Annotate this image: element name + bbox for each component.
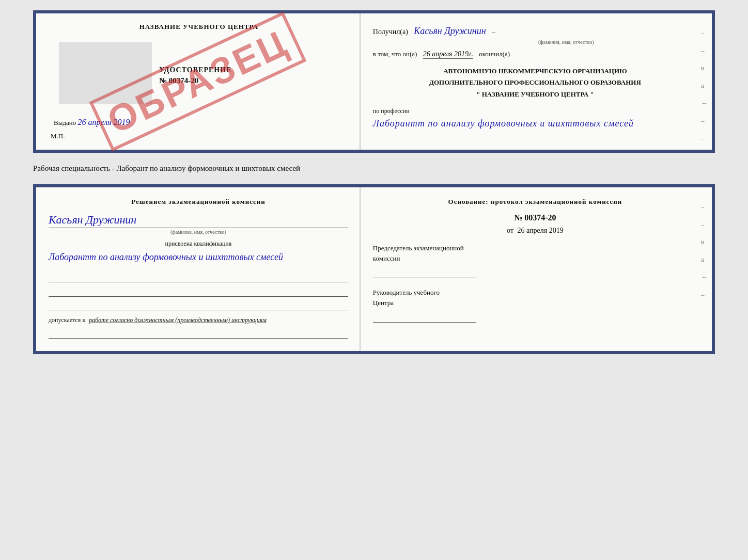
- prisvoena-label: присвоена квалификация: [49, 240, 348, 248]
- bot-edge-char-2: –: [701, 220, 708, 229]
- right-side-lines: – – и а ← – –: [701, 29, 708, 142]
- avtonom-block: АВТОНОМНУЮ НЕКОММЕРЧЕСКУЮ ОРГАНИЗАЦИЮ ДО…: [373, 66, 697, 100]
- dopusk-prefix: допускается к: [49, 316, 85, 324]
- edge-char-4: а: [701, 82, 708, 90]
- avtonom-line2: ДОПОЛНИТЕЛЬНОГО ПРОФЕССИОНАЛЬНОГО ОБРАЗО…: [373, 77, 697, 88]
- predsedatel-label-1: Председатель экзаменационной: [373, 244, 697, 252]
- rukovoditel-label-2: Центра: [373, 299, 697, 307]
- specialty-text: Рабочая специальность - Лаборант по анал…: [33, 162, 715, 175]
- edge-char-5: ←: [701, 99, 708, 107]
- rukovoditel-label-1: Руководитель учебного: [373, 289, 697, 297]
- edge-char-2: –: [701, 46, 708, 55]
- mp-line: М.П.: [49, 132, 349, 140]
- bot-edge-char-4: а: [701, 255, 708, 264]
- udost-label-block: УДОСТОВЕРЕНИЕ № 00374-20: [159, 66, 231, 85]
- poluchil-name: Касьян Дружинин: [414, 26, 486, 36]
- osnovanie-title: Основание: протокол экзаменационной коми…: [373, 198, 697, 206]
- top-cert-left: НАЗВАНИЕ УЧЕБНОГО ЦЕНТРА УДОСТОВЕРЕНИЕ №…: [36, 13, 361, 150]
- poluchil-sub: (фамилия, имя, отчество): [435, 39, 697, 45]
- ot-date-value: 26 апреля 2019: [518, 227, 564, 234]
- udost-label: УДОСТОВЕРЕНИЕ: [159, 66, 231, 74]
- predsedatel-sign-line: [373, 267, 476, 278]
- resheniem-title: Решением экзаменационной комиссии: [49, 198, 348, 206]
- bot-edge-char-7: –: [701, 308, 708, 316]
- sign-line-2: [49, 285, 348, 297]
- bot-edge-char-1: –: [701, 203, 708, 211]
- dopuskaetsya-text: допускается к работе согласно должностны…: [49, 316, 348, 324]
- cert-mid-row: УДОСТОВЕРЕНИЕ № 00374-20: [49, 38, 349, 108]
- sign-line-1: [49, 271, 348, 282]
- edge-char-1: –: [701, 29, 708, 37]
- top-center-name: НАЗВАНИЕ УЧЕБНОГО ЦЕНТРА: [49, 23, 349, 31]
- vydano-line: Выдано 26 апреля 2019: [49, 118, 349, 127]
- bot-edge-char-3: и: [701, 238, 708, 246]
- bottom-right-side-lines: – – и а ← – –: [701, 203, 708, 316]
- avtonom-line3: " НАЗВАНИЕ УЧЕБНОГО ЦЕНТРА ": [373, 89, 697, 100]
- dopusk-sign-line: [49, 327, 348, 339]
- dopusk-italic: работе согласно должностным (производств…: [89, 316, 267, 324]
- bot-edge-char-6: –: [701, 291, 708, 299]
- bot-edge-char-5: ←: [701, 273, 708, 281]
- protocol-number: № 00374-20: [373, 213, 697, 222]
- avtonom-line1: АВТОНОМНУЮ НЕКОММЕРЧЕСКУЮ ОРГАНИЗАЦИЮ: [373, 66, 697, 77]
- edge-char-6: –: [701, 117, 708, 125]
- familiya-sub: (фамилия, имя, отчество): [49, 229, 348, 235]
- edge-char-7: –: [701, 134, 708, 142]
- udost-number: № 00374-20: [159, 76, 231, 85]
- vtom-date: 26 апреля 2019г.: [423, 50, 473, 59]
- edge-char-3: и: [701, 64, 708, 72]
- professiya-name: Лаборантт по анализу формовочных и шихтт…: [373, 116, 697, 131]
- poluchil-prefix: Получил(а): [373, 28, 408, 36]
- bottom-cert-left: Решением экзаменационной комиссии Касьян…: [36, 187, 361, 351]
- vydano-date: 26 апреля 2019: [78, 118, 130, 126]
- okonchil: окончил(а): [479, 50, 510, 58]
- rukovoditel-sign-line: [373, 311, 476, 323]
- vtom-prefix: в том, что он(а): [373, 50, 417, 58]
- ot-date: от 26 апреля 2019: [373, 227, 697, 235]
- vydano-prefix: Выдано: [54, 119, 76, 126]
- bottom-lines: [49, 271, 348, 311]
- poluchil-line: Получил(а) Касьян Дружинин –: [373, 23, 697, 39]
- kvalif-name: Лаборантт по анализу формовочных и шихтт…: [49, 250, 348, 265]
- top-cert-right: Получил(а) Касьян Дружинин – (фамилия, и…: [361, 13, 712, 150]
- top-certificate: НАЗВАНИЕ УЧЕБНОГО ЦЕНТРА УДОСТОВЕРЕНИЕ №…: [33, 10, 715, 153]
- ot-prefix: от: [507, 227, 513, 234]
- predsedatel-label-2: комиссии: [373, 254, 697, 263]
- bottom-cert-right: Основание: протокол экзаменационной коми…: [361, 187, 712, 351]
- po-professii-label: по профессии: [373, 107, 697, 115]
- photo-placeholder: [59, 42, 152, 104]
- bottom-certificate: Решением экзаменационной комиссии Касьян…: [33, 184, 715, 354]
- sign-line-3: [49, 300, 348, 311]
- vtom-line: в том, что он(а) 26 апреля 2019г. окончи…: [373, 50, 697, 58]
- bottom-name: Касьян Дружинин: [49, 213, 348, 228]
